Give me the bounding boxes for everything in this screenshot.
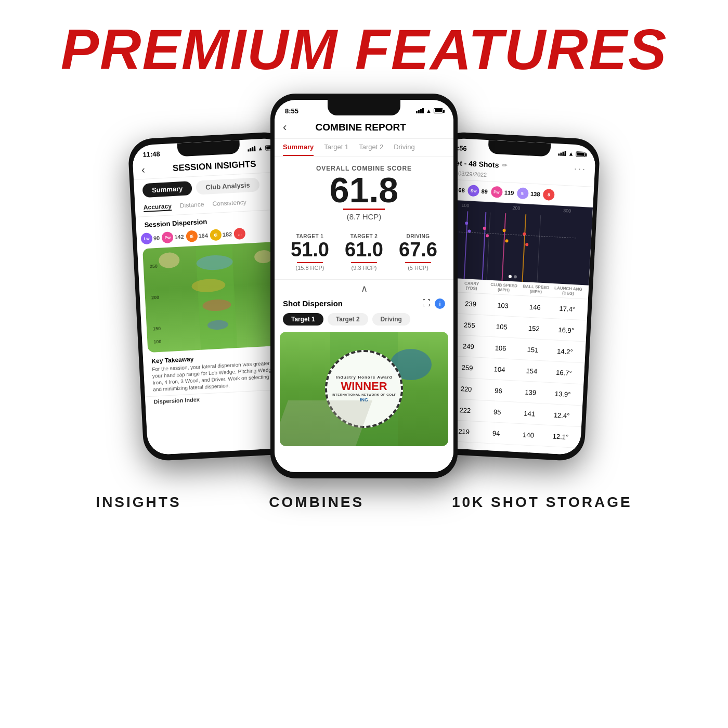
- guide-line-1: [487, 213, 491, 280]
- ss-club-pw: Pw 119: [490, 186, 514, 199]
- cr-hcp: (8.7 HCP): [285, 212, 443, 221]
- si-subtab-accuracy[interactable]: Accuracy: [144, 202, 172, 212]
- indicator-dot-2: [514, 275, 517, 278]
- center-phone-notch: [328, 100, 400, 115]
- row-cs-6: 95: [481, 407, 514, 417]
- row-cs-1: 103: [487, 301, 519, 310]
- si-club-8i: 8i 164: [186, 230, 208, 242]
- chart-indicator: [509, 275, 517, 279]
- page-title: PREMIUM FEATURES: [61, 21, 668, 78]
- row-cs-4: 104: [483, 365, 516, 374]
- row-la-2: 16.9°: [550, 325, 582, 334]
- cr-tab-driving[interactable]: Driving: [394, 139, 414, 156]
- row-cs-7: 94: [480, 428, 513, 438]
- ss-dist-pw: 119: [504, 189, 514, 196]
- cr-sub-hcp-t1: (15.8 HCP): [291, 265, 329, 271]
- signal-icon: [248, 146, 256, 152]
- row-la-6: 12.4°: [545, 410, 578, 420]
- cr-sub-scores: TARGET 1 51.0 (15.8 HCP) TARGET 2 61.0 (…: [275, 227, 453, 280]
- label-storage: 10K SHOT STORAGE: [452, 494, 632, 511]
- signal-icon: [558, 150, 566, 156]
- col-club-speed: CLUB SPEED(MPH): [487, 282, 520, 293]
- ss-edit-icon[interactable]: ✏: [502, 161, 508, 170]
- label-combines: COMBINES: [269, 494, 364, 511]
- phones-container: 11:48 ▲ ‹ SESSION INSIGHTS Summary Cl: [0, 94, 728, 478]
- cr-dtab-target1[interactable]: Target 1: [283, 313, 323, 326]
- si-club-6i: 6i 182: [210, 228, 232, 241]
- si-back-button[interactable]: ‹: [141, 164, 146, 176]
- si-takeaway-text: For the session, your lateral dispersion…: [152, 359, 289, 393]
- cr-sub-hcp-d: (5 HCP): [399, 265, 437, 271]
- club-line-9i: [522, 214, 526, 282]
- cr-score-value: 61.8: [285, 172, 443, 207]
- col-carry: CARRY(YDS): [455, 280, 488, 291]
- cr-sub-target1: TARGET 1 51.0 (15.8 HCP): [291, 233, 329, 271]
- cr-title: COMBINE REPORT: [291, 122, 431, 133]
- row-la-7: 12.1°: [544, 432, 577, 441]
- club-line-pw: [502, 213, 506, 281]
- si-subtab-distance[interactable]: Distance: [179, 201, 204, 210]
- shot-dot-3: [483, 227, 486, 230]
- cr-sub-value-t2: 61.0: [345, 239, 383, 261]
- si-subtab-consistency[interactable]: Consistency: [212, 199, 246, 209]
- shot-dot-8: [525, 243, 528, 246]
- club-dist-lw: 90: [153, 235, 160, 242]
- cr-tab-target1[interactable]: Target 1: [324, 139, 348, 156]
- right-status-icons: ▲: [558, 150, 585, 158]
- row-la-3: 14.2°: [549, 346, 581, 356]
- combine-report-screen: ‹ COMBINE REPORT Summary Target 1 Target…: [275, 119, 453, 472]
- yardage-300: 300: [563, 208, 571, 214]
- ss-badge-sw: Sw: [467, 185, 479, 197]
- cr-dispersion-tabs: Target 1 Target 2 Driving: [275, 310, 453, 329]
- wifi-icon: ▲: [257, 145, 264, 152]
- cr-tab-summary[interactable]: Summary: [283, 139, 314, 156]
- si-title: SESSION INSIGHTS: [151, 158, 278, 175]
- yardage-200: 200: [512, 205, 521, 211]
- center-phone-screen: 8:55 ▲ ‹ COMBINE REPORT Summary T: [275, 100, 453, 472]
- cr-fullscreen-icon[interactable]: ⛶: [422, 298, 431, 309]
- row-bs-1: 146: [519, 302, 552, 311]
- cr-tabs: Summary Target 1 Target 2 Driving: [275, 139, 453, 157]
- cr-sub-driving: DRIVING 67.6 (5 HCP): [399, 233, 437, 271]
- center-time: 8:55: [285, 107, 298, 115]
- cr-chevron[interactable]: ∧: [275, 280, 453, 297]
- cr-back-button[interactable]: ‹: [283, 121, 287, 134]
- row-bs-4: 154: [515, 366, 548, 375]
- label-insights: INSIGHTS: [96, 494, 181, 511]
- center-status-icons: ▲: [416, 108, 443, 114]
- bunker-1: [159, 252, 180, 269]
- ss-dist-sw: 89: [481, 188, 488, 195]
- ss-club-9i: 9i 138: [517, 187, 540, 200]
- ss-badge-extra: 8: [543, 189, 555, 201]
- yardage-200: 200: [151, 295, 160, 301]
- ss-more-icon[interactable]: ···: [574, 163, 587, 175]
- cr-dtab-target2[interactable]: Target 2: [328, 313, 368, 326]
- cr-tab-target2[interactable]: Target 2: [359, 139, 383, 156]
- ss-club-extra: 8: [543, 189, 556, 201]
- cr-dispersion-title: Shot Dispersion: [283, 299, 343, 308]
- club-dist-pw: 142: [174, 233, 184, 240]
- row-bs-5: 139: [514, 387, 547, 397]
- shot-dot-1: [465, 222, 468, 225]
- row-carry-2: 255: [453, 320, 486, 330]
- cr-dtab-driving[interactable]: Driving: [372, 313, 410, 326]
- col-launch: LAUNCH ANG(DEG): [552, 285, 584, 296]
- guide-line-2: [537, 215, 541, 283]
- shot-dot-6: [505, 239, 509, 242]
- cr-sub-hcp-t2: (9.3 HCP): [345, 265, 383, 271]
- indicator-dot-1: [509, 275, 512, 278]
- si-club-pw: Pw 142: [162, 231, 184, 243]
- avg-line: [454, 231, 576, 238]
- si-tab-club-analysis[interactable]: Club Analysis: [196, 177, 260, 194]
- row-bs-7: 140: [512, 430, 545, 439]
- club-badge-pw: Pw: [162, 231, 174, 243]
- ss-badge-pw: Pw: [490, 186, 502, 198]
- cr-info-icon[interactable]: i: [435, 298, 445, 309]
- row-bs-6: 141: [513, 409, 546, 418]
- cr-dispersion-header: Shot Dispersion ⛶ i: [275, 297, 453, 310]
- row-cs-5: 96: [482, 386, 515, 395]
- si-tab-summary[interactable]: Summary: [142, 181, 193, 198]
- ss-dist-9i: 138: [530, 191, 540, 198]
- yardage-150: 150: [153, 326, 161, 332]
- cr-sub-value-d: 67.6: [399, 239, 437, 261]
